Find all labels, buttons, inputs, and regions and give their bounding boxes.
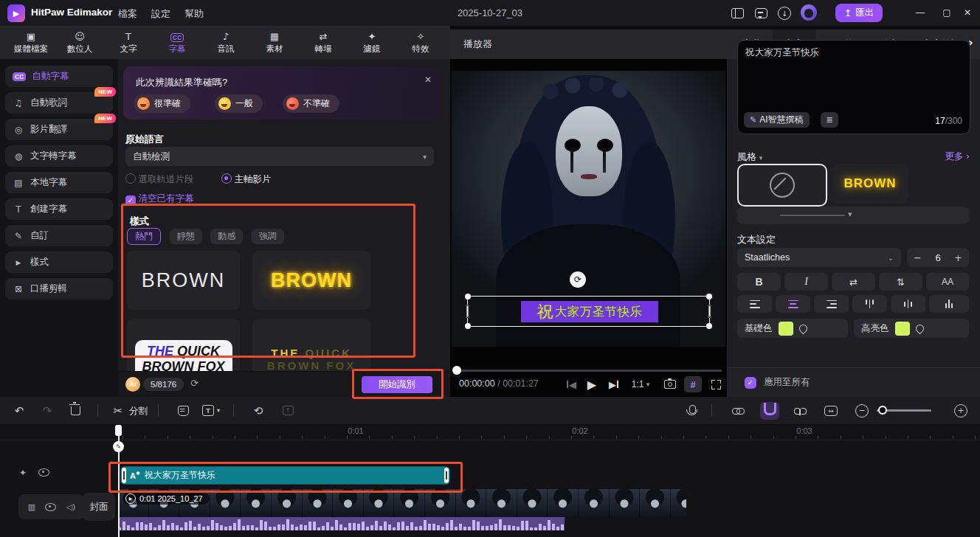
style-expand-band[interactable]: ▾ — [737, 207, 969, 224]
radio-main-video[interactable]: 主軸影片 — [221, 173, 271, 186]
close-button[interactable]: ✕ — [959, 5, 976, 20]
style-sample-dim[interactable]: THE QUICK BROWN FOX — [252, 319, 370, 371]
vertical-align-top-button[interactable] — [852, 295, 887, 313]
refresh-icon[interactable]: ⟳ — [190, 378, 199, 389]
text-tool-icon[interactable]: T ▾ — [202, 403, 220, 418]
toolbar-stickers[interactable]: ▦素材 — [255, 31, 294, 55]
highlight-color-button[interactable]: 高亮色 — [854, 319, 969, 338]
radio-track-segment[interactable]: 選取軌道片段 — [125, 173, 193, 186]
style-sample-badge[interactable]: THE QUICK BROWN FOX — [127, 319, 240, 371]
split-label[interactable]: 分割 — [129, 405, 148, 418]
text-selection-box[interactable]: 祝 大家万圣节快乐 — [467, 296, 710, 327]
selection-corner-handle[interactable] — [465, 323, 471, 329]
aspect-ratio-dropdown[interactable]: 1:1 ▾ — [627, 376, 654, 392]
playhead-edit-marker-icon[interactable]: ✎ — [113, 441, 124, 452]
download-icon[interactable]: ↓ — [776, 6, 793, 21]
magnet-snap-icon[interactable] — [760, 402, 779, 420]
grid-toggle-button[interactable]: # — [684, 376, 702, 392]
selection-corner-handle[interactable] — [465, 294, 471, 299]
align-center-button[interactable] — [776, 295, 810, 313]
sidebar-item-custom[interactable]: ✎自訂 — [5, 225, 113, 246]
sidebar-item-video-translate[interactable]: ◎影片翻譯NEW — [5, 119, 113, 140]
quick-phrases-button[interactable]: ≣ — [821, 112, 838, 128]
feedback-accurate-button[interactable]: 很準確 — [134, 94, 190, 113]
align-right-button[interactable] — [814, 295, 849, 313]
vertical-align-middle-button[interactable] — [891, 295, 925, 313]
style-tab-static[interactable]: 靜態 — [170, 229, 202, 244]
feedback-icon[interactable] — [753, 6, 769, 21]
player-progress-knob[interactable] — [452, 366, 461, 375]
ai-write-button[interactable]: ✎ AI智慧撰稿 — [744, 112, 810, 128]
zoom-out-icon[interactable]: − — [853, 403, 871, 418]
sidebar-item-local-subtitle[interactable]: ▤本地字幕 — [5, 172, 113, 193]
video-track-visibility-icon[interactable] — [45, 503, 56, 511]
playhead-flag[interactable] — [115, 425, 122, 436]
video-track-icon[interactable]: ▥ — [28, 502, 35, 512]
base-color-swatch[interactable] — [779, 322, 793, 336]
more-styles-link[interactable]: 更多 › — [945, 150, 970, 163]
subtitle-check-icon[interactable] — [174, 403, 192, 418]
toolbar-digital-human[interactable]: ☺數位人 — [61, 31, 99, 55]
prev-frame-button[interactable]: ◀ — [562, 376, 580, 392]
next-frame-button[interactable]: ▶ — [605, 376, 623, 392]
style-thumb-glow[interactable]: BROWN — [832, 164, 908, 204]
play-button[interactable]: ▶ — [583, 376, 601, 392]
style-thumb-none[interactable] — [737, 164, 827, 207]
sidebar-item-auto-lyrics[interactable]: ♫自動歌詞NEW — [5, 92, 113, 114]
letter-spacing-button[interactable]: ⇄ — [832, 273, 875, 291]
caps-button[interactable]: AA — [926, 273, 969, 291]
style-tab-hot[interactable]: 熱門 — [127, 228, 161, 245]
plus-icon[interactable]: + — [954, 252, 962, 263]
snapshot-button[interactable] — [661, 376, 679, 392]
player-progress-bar[interactable] — [456, 370, 722, 372]
line-spacing-button[interactable]: ⇅ — [879, 273, 922, 291]
apply-all-checkbox[interactable]: ✓ — [745, 377, 756, 389]
undo-icon[interactable]: ↶ — [10, 403, 28, 418]
feedback-inaccurate-button[interactable]: 不準確 — [283, 94, 339, 113]
selection-left-handle[interactable] — [466, 305, 469, 318]
zoom-in-icon[interactable]: + — [952, 403, 970, 418]
style-tab-dynamic[interactable]: 動感 — [210, 229, 243, 244]
video-canvas[interactable]: ⟳ 祝 大家万圣节快乐 — [452, 71, 725, 347]
base-color-button[interactable]: 基礎色 — [737, 319, 848, 338]
italic-button[interactable]: I — [784, 273, 828, 291]
language-dropdown[interactable]: 自動檢測 ▾ — [125, 147, 434, 166]
delete-icon[interactable] — [66, 403, 84, 418]
bold-button[interactable]: B — [737, 273, 781, 291]
selection-right-handle[interactable] — [708, 305, 711, 318]
align-left-button[interactable] — [737, 295, 772, 313]
layout-icon[interactable] — [729, 6, 745, 21]
upload-frame-icon[interactable]: ↑ — [279, 403, 297, 418]
sidebar-item-voiceover-edit[interactable]: ⊠口播剪輯 — [5, 278, 113, 299]
clip-right-handle[interactable] — [444, 468, 449, 483]
subtitle-track-visibility-icon[interactable] — [38, 468, 49, 477]
user-avatar[interactable] — [801, 4, 817, 21]
font-size-stepper[interactable]: − 6 + — [907, 248, 969, 267]
style-sample-plain[interactable]: BROWN — [127, 251, 240, 310]
toolbar-transitions[interactable]: ⇄轉場 — [304, 31, 342, 55]
style-tab-emphasis[interactable]: 強調 — [252, 229, 284, 244]
vertical-align-bottom-button[interactable] — [929, 295, 969, 313]
sidebar-item-auto-subtitle[interactable]: CC自動字幕 — [5, 66, 113, 87]
highlight-color-swatch[interactable] — [895, 322, 910, 336]
selection-corner-handle[interactable] — [706, 323, 712, 329]
video-clip[interactable]: ▶ 0:01 2025_10_27 — [118, 489, 686, 530]
minus-icon[interactable]: − — [914, 252, 922, 263]
sidebar-item-styles[interactable]: ▶樣式 — [5, 252, 113, 273]
unlink-icon[interactable] — [791, 403, 809, 418]
style-sample-glow[interactable]: BROWN — [252, 251, 370, 310]
toolbar-effects[interactable]: ✧特效 — [401, 31, 440, 55]
split-icon[interactable]: ✂ — [109, 403, 127, 418]
subtitle-track-fx-icon[interactable]: ✦ — [19, 468, 27, 478]
video-track-mute-icon[interactable]: ◁) — [66, 502, 76, 512]
rotate-handle-icon[interactable]: ⟳ — [570, 271, 586, 288]
toolbar-text[interactable]: T文字 — [109, 31, 148, 55]
style-dropdown-label[interactable]: 風格 ▾ — [737, 150, 762, 164]
feedback-average-button[interactable]: 一般 — [215, 94, 263, 113]
sidebar-item-create-subtitle[interactable]: T創建字幕 — [5, 198, 113, 220]
redo-icon[interactable]: ↷ — [38, 403, 56, 418]
menu-file[interactable]: 檔案 — [118, 7, 137, 21]
eyedropper-icon[interactable] — [914, 322, 925, 334]
history-icon[interactable]: ⟲ — [249, 403, 267, 418]
toolbar-filters[interactable]: ✦濾鏡 — [353, 31, 391, 55]
